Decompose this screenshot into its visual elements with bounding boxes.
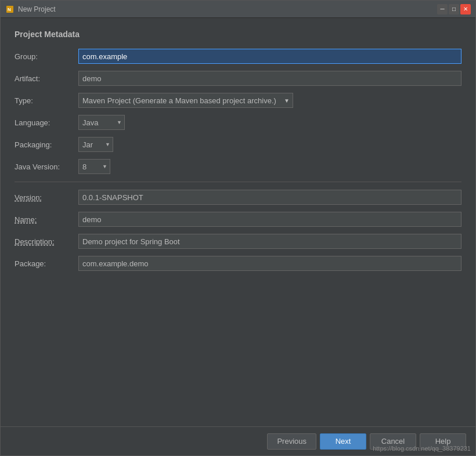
packaging-select-wrapper: Jar War ▼ [78, 137, 113, 152]
new-project-window: N New Project ─ □ ✕ Project Metadata Gro… [0, 0, 476, 456]
group-input[interactable] [78, 49, 461, 64]
form-divider [15, 182, 461, 182]
description-input[interactable] [78, 234, 461, 249]
artifact-row: Artifact: [15, 70, 461, 86]
packaging-row: Packaging: Jar War ▼ [15, 136, 461, 153]
packaging-label: Packaging: [15, 140, 78, 149]
svg-text:N: N [8, 7, 11, 12]
maximize-button[interactable]: □ [449, 4, 459, 15]
type-label: Type: [15, 96, 78, 105]
java-version-select[interactable]: 8 11 17 [78, 159, 110, 174]
watermark: https://blog.csdn.net/qq_38379231 [373, 445, 471, 452]
content-area: Project Metadata Group: Artifact: Type: … [1, 18, 475, 426]
window-title: New Project [18, 5, 437, 13]
name-row: Name: [15, 211, 461, 227]
package-row: Package: [15, 255, 461, 272]
name-input[interactable] [78, 212, 461, 227]
title-bar: N New Project ─ □ ✕ [1, 1, 475, 18]
java-version-row: Java Version: 8 11 17 ▼ [15, 158, 461, 175]
close-button[interactable]: ✕ [460, 4, 471, 15]
description-label: Description: [15, 237, 78, 246]
group-row: Group: [15, 48, 461, 64]
language-select[interactable]: Java Kotlin Groovy [78, 115, 125, 130]
artifact-input[interactable] [78, 71, 461, 86]
next-button[interactable]: Next [320, 433, 366, 450]
version-label: Version: [15, 193, 78, 202]
artifact-label: Artifact: [15, 74, 78, 83]
version-input[interactable] [78, 190, 461, 205]
minimize-button[interactable]: ─ [437, 4, 448, 15]
language-label: Language: [15, 118, 78, 127]
java-version-label: Java Version: [15, 162, 78, 171]
version-row: Version: [15, 189, 461, 205]
language-row: Language: Java Kotlin Groovy ▼ [15, 114, 461, 131]
section-title: Project Metadata [15, 30, 461, 39]
window-icon: N [5, 5, 15, 14]
previous-button[interactable]: Previous [267, 433, 316, 450]
package-label: Package: [15, 259, 78, 268]
java-version-select-wrapper: 8 11 17 ▼ [78, 159, 110, 174]
type-select-wrapper: Maven Project (Generate a Maven based pr… [78, 93, 293, 108]
type-select[interactable]: Maven Project (Generate a Maven based pr… [78, 93, 293, 108]
package-input[interactable] [78, 256, 461, 271]
title-bar-controls: ─ □ ✕ [437, 4, 471, 15]
name-label: Name: [15, 215, 78, 224]
type-row: Type: Maven Project (Generate a Maven ba… [15, 92, 461, 108]
group-label: Group: [15, 52, 78, 61]
description-row: Description: [15, 233, 461, 249]
language-select-wrapper: Java Kotlin Groovy ▼ [78, 115, 125, 130]
packaging-select[interactable]: Jar War [78, 137, 113, 152]
